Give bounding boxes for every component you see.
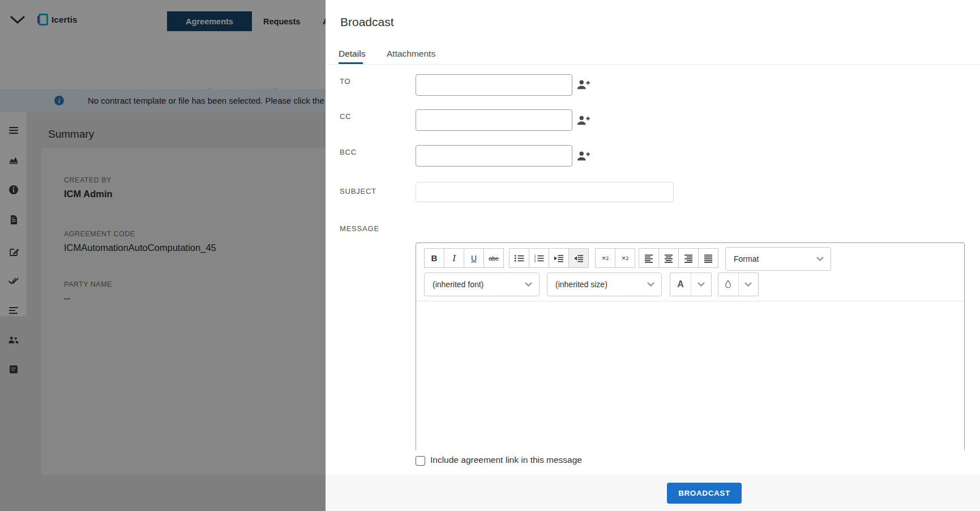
subscript-button[interactable]: ×2 — [595, 248, 615, 268]
superscript-glyph: × — [622, 254, 626, 262]
list-indent-group: 123 — [509, 248, 589, 268]
include-agreement-link-checkbox[interactable] — [416, 456, 425, 466]
background-color-dropdown[interactable] — [739, 273, 758, 296]
bullet-list-button[interactable] — [509, 248, 529, 268]
outdent-button[interactable] — [568, 248, 589, 268]
droplet-icon — [724, 280, 732, 289]
add-recipient-bcc-icon[interactable] — [576, 150, 590, 161]
add-recipient-cc-icon[interactable] — [576, 114, 590, 126]
font-family-dropdown[interactable]: (inherited font) — [424, 272, 540, 296]
align-left-button[interactable] — [639, 248, 659, 268]
dialog-title: Broadcast — [340, 15, 394, 29]
text-style-group: B I U abc — [424, 248, 504, 268]
chevron-down-icon — [647, 282, 654, 287]
indent-button[interactable] — [549, 248, 569, 268]
bcc-label: BCC — [340, 148, 357, 156]
script-group: ×2 ×2 — [595, 248, 635, 268]
bold-button[interactable]: B — [424, 248, 444, 268]
dialog-footer: BROADCAST — [326, 474, 980, 511]
bcc-input[interactable] — [416, 145, 572, 167]
chevron-down-icon — [697, 282, 705, 287]
subscript-small: 2 — [606, 256, 609, 261]
format-dropdown-value: Format — [734, 254, 816, 263]
tab-divider — [326, 64, 980, 65]
message-label: MESSAGE — [340, 224, 379, 233]
superscript-button[interactable]: ×2 — [615, 248, 635, 268]
text-color-split-button[interactable]: A — [670, 272, 712, 296]
alignment-group — [639, 248, 718, 268]
tab-attachments[interactable]: Attachments — [387, 49, 435, 59]
broadcast-dialog: Broadcast Details Attachments TO CC BCC … — [326, 0, 980, 511]
justify-button[interactable] — [698, 248, 718, 268]
text-color-dropdown[interactable] — [691, 273, 711, 296]
chevron-down-icon — [816, 257, 824, 262]
background-color-split-button[interactable] — [718, 272, 759, 296]
font-size-dropdown[interactable]: (inherited size) — [547, 272, 662, 296]
text-color-button[interactable]: A — [670, 273, 691, 296]
subject-input[interactable] — [416, 182, 674, 202]
message-rich-text-editor: B I U abc 123 ×2 ×2 — [416, 242, 965, 452]
cc-input[interactable] — [416, 109, 572, 131]
add-recipient-to-icon[interactable] — [576, 79, 590, 90]
format-dropdown[interactable]: Format — [725, 247, 831, 271]
numbered-list-button[interactable]: 123 — [529, 248, 549, 268]
message-editor-body[interactable] — [416, 301, 964, 452]
cc-label: CC — [340, 112, 351, 121]
background-color-button[interactable] — [718, 273, 739, 296]
subscript-glyph: × — [602, 254, 606, 262]
font-size-value: (inherited size) — [555, 280, 647, 289]
underline-button[interactable]: U — [464, 248, 484, 268]
broadcast-button[interactable]: BROADCAST — [667, 483, 742, 504]
align-right-button[interactable] — [678, 248, 699, 268]
italic-button[interactable]: I — [444, 248, 464, 268]
font-family-value: (inherited font) — [433, 280, 525, 289]
tab-details[interactable]: Details — [339, 49, 365, 59]
strikethrough-button[interactable]: abc — [483, 248, 504, 268]
include-agreement-link-label: Include agreement link in this message — [430, 455, 582, 465]
to-label: TO — [340, 77, 350, 86]
svg-text:3: 3 — [534, 259, 536, 262]
chevron-down-icon — [744, 282, 752, 287]
align-center-button[interactable] — [658, 248, 679, 268]
to-input[interactable] — [416, 74, 572, 96]
subject-label: SUBJECT — [340, 187, 376, 195]
superscript-small: 2 — [626, 256, 628, 261]
chevron-down-icon — [525, 282, 532, 287]
